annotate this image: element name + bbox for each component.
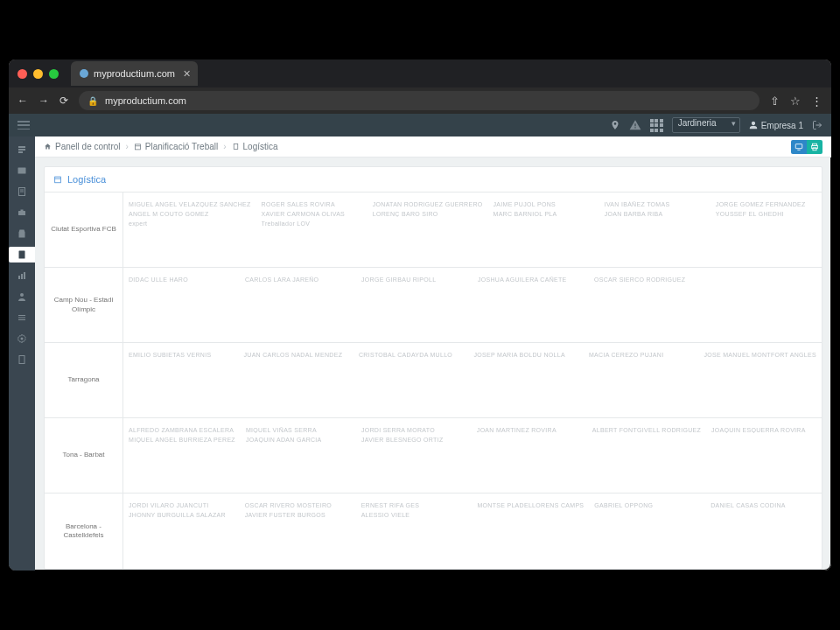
person-name: JAIME PUJOL PONS [494, 201, 594, 207]
person-name: DANIEL CASAS CODINA [710, 502, 816, 508]
grid-cell[interactable]: JONATAN RODRIGUEZ GUERREROLORENÇ BARO SI… [368, 192, 488, 267]
breadcrumb-home[interactable]: Panell de control [44, 142, 121, 151]
svg-rect-7 [18, 211, 25, 215]
person-name: MIGUEL ANGEL VELAZQUEZ SANCHEZ [129, 201, 251, 207]
app-topbar: Jardineria Empresa 1 [9, 114, 831, 136]
sidebar-item-list[interactable] [9, 310, 35, 326]
company-select[interactable]: Jardineria [672, 117, 740, 133]
grid-cell[interactable]: JOSHUA AGUILERA CAÑETE [472, 268, 589, 342]
sidebar-item-2[interactable] [9, 163, 35, 178]
svg-rect-14 [18, 315, 25, 316]
logistics-grid: Ciutat Esportiva FCBMIGUEL ANGEL VELAZQU… [45, 192, 822, 569]
person-name: JUAN CARLOS NADAL MENDEZ [243, 352, 347, 358]
sidebar-item-settings[interactable] [9, 331, 35, 346]
grid-cell[interactable]: JORDI SERRA MORATOJAVIER BLESNEGO ORTIZ [356, 418, 472, 493]
person-name: XAVIER CARMONA OLIVAS [262, 211, 362, 217]
grid-cell[interactable]: CRISTOBAL CADAYDA MULLO [354, 343, 468, 417]
hamburger-icon[interactable] [18, 121, 30, 130]
grid-cell[interactable]: MACIA CEREZO PUJANI [584, 343, 699, 417]
browser-tab[interactable]: myproductium.com ✕ [71, 61, 198, 86]
breadcrumb-label-0: Panell de control [55, 142, 121, 151]
reload-icon[interactable]: ⟳ [60, 94, 68, 107]
grid-cell[interactable]: JORDI VILARO JUANCUTIJHONNY BURGUILLA SA… [123, 494, 240, 569]
sidebar-item-stats[interactable] [9, 268, 35, 284]
person-name: JOSHUA AGUILERA CAÑETE [478, 276, 584, 283]
grid-cell[interactable]: IVAN IBÁÑEZ TOMASJOAN BARBA RIBA [599, 192, 710, 267]
window-traffic-lights [18, 69, 59, 79]
grid-cell[interactable]: MIQUEL VIÑAS SERRAJOAQUIN ADAN GARCIA [241, 418, 356, 493]
row-columns: ALFREDO ZAMBRANA ESCALERAMIQUEL ANGEL BU… [123, 418, 822, 493]
grid-cell[interactable]: ROGER SALES ROVIRAXAVIER CARMONA OLIVAST… [256, 192, 368, 267]
sidebar-item-5[interactable] [9, 226, 35, 242]
kebab-menu-icon[interactable]: ⋮ [811, 94, 822, 108]
breadcrumb-label-2: Logística [243, 142, 278, 151]
grid-cell[interactable]: JOAQUIN ESQUERRA ROVIRA [706, 418, 822, 493]
warning-icon[interactable] [629, 119, 641, 131]
user-icon [749, 121, 758, 130]
breadcrumb-planning[interactable]: Planificació Treball [134, 142, 218, 151]
print-button[interactable] [807, 140, 822, 154]
grid-cell[interactable]: ERNEST RIFA GESALESSIO VIELE [356, 494, 472, 569]
grid-cell[interactable]: JORGE GOMEZ FERNANDEZYOUSSEF EL GHEDHI [710, 192, 822, 267]
grid-cell[interactable]: DIDAC ULLE HARO [123, 268, 240, 342]
minimize-window-dot[interactable] [33, 69, 43, 79]
sidebar-item-3[interactable] [9, 184, 35, 200]
breadcrumb-bar: Panell de control › Planificació Treball… [35, 136, 831, 158]
expand-button[interactable] [791, 140, 807, 154]
grid-cell[interactable]: JOSEP MARIA BOLDU NOLLA [468, 343, 583, 417]
page-action-buttons [791, 140, 822, 154]
grid-cell[interactable]: MIGUEL ANGEL VELAZQUEZ SANCHEZANGEL M CO… [123, 192, 256, 267]
grid-cell[interactable]: ALBERT FONTGIVELL RODRIGUEZ [587, 418, 706, 493]
grid-cell[interactable]: JUAN CARLOS NADAL MENDEZ [238, 343, 353, 417]
grid-cell[interactable]: MONTSE PLADELLORENS CAMPS [472, 494, 589, 569]
back-icon[interactable]: ← [18, 94, 28, 107]
grid-cell[interactable]: GABRIEL OPPONG [589, 494, 705, 569]
company-select-value: Jardineria [678, 118, 717, 128]
grid-cell[interactable]: JOAN MARTINEZ ROVIRA [472, 418, 587, 493]
svg-rect-9 [19, 251, 25, 259]
grid-cell[interactable]: JOSE MANUEL MONTFORT ANGLES [698, 343, 822, 417]
person-name: ANGEL M COUTO GOMEZ [129, 211, 251, 217]
breadcrumb-current: Logística [232, 142, 278, 151]
logout-icon[interactable] [812, 120, 822, 130]
maximize-window-dot[interactable] [49, 69, 59, 79]
url-field[interactable]: 🔒 myproductium.com [79, 91, 760, 110]
person-name: MIQUEL VIÑAS SERRA [246, 427, 351, 433]
person-name: JORDI VILARO JUANCUTI [129, 502, 234, 508]
breadcrumb-separator: › [223, 142, 226, 151]
svg-rect-12 [24, 272, 25, 279]
sidebar-item-doc[interactable] [9, 352, 35, 368]
svg-rect-10 [18, 276, 20, 279]
row-columns: JORDI VILARO JUANCUTIJHONNY BURGUILLA SA… [123, 494, 822, 569]
calendar-icon [134, 143, 142, 150]
share-icon[interactable]: ⇧ [770, 94, 780, 108]
bookmark-icon[interactable]: ☆ [790, 94, 801, 108]
sidebar-item-1[interactable] [9, 142, 35, 158]
grid-cell[interactable]: OSCAR SIERCO RODRIGUEZ [589, 268, 705, 342]
grid-cell[interactable]: JORGE GIRBAU RIPOLL [356, 268, 472, 342]
url-text: myproductium.com [105, 95, 186, 106]
grid-cell[interactable]: OSCAR RIVERO MOSTEIROJAVIER FUSTER BURGO… [240, 494, 356, 569]
grid-cell[interactable] [705, 268, 822, 342]
grid-cell[interactable]: DANIEL CASAS CODINA [705, 494, 822, 569]
person-name: LORENÇ BARO SIRO [373, 211, 483, 217]
person-name: JAVIER FUSTER BURGOS [245, 512, 351, 518]
apps-grid-icon[interactable] [650, 119, 663, 132]
close-window-dot[interactable] [18, 69, 27, 79]
grid-cell[interactable]: CARLOS LARA JAREÑO [240, 268, 356, 342]
row-label: Camp Nou - Estadi Olímpic [45, 268, 123, 342]
forward-icon[interactable]: → [38, 94, 49, 107]
grid-cell[interactable]: ALFREDO ZAMBRANA ESCALERAMIQUEL ANGEL BU… [123, 418, 241, 493]
person-name: JAVIER BLESNEGO ORTIZ [361, 437, 466, 443]
sidebar-item-user[interactable] [9, 289, 35, 304]
sidebar-item-4[interactable] [9, 205, 35, 220]
sidebar-item-logistics[interactable] [9, 247, 35, 262]
calendar-icon [53, 175, 62, 184]
grid-cell[interactable]: EMILIO SUBIETAS VERNIS [123, 343, 238, 417]
close-tab-icon[interactable]: ✕ [183, 68, 191, 80]
person-name: JOSEP MARIA BOLDU NOLLA [473, 352, 578, 358]
location-pin-icon[interactable] [610, 120, 620, 130]
grid-cell[interactable]: JAIME PUJOL PONSMARC BARNIOL PLA [488, 192, 599, 267]
svg-rect-18 [19, 356, 24, 364]
user-menu[interactable]: Empresa 1 [749, 121, 803, 130]
